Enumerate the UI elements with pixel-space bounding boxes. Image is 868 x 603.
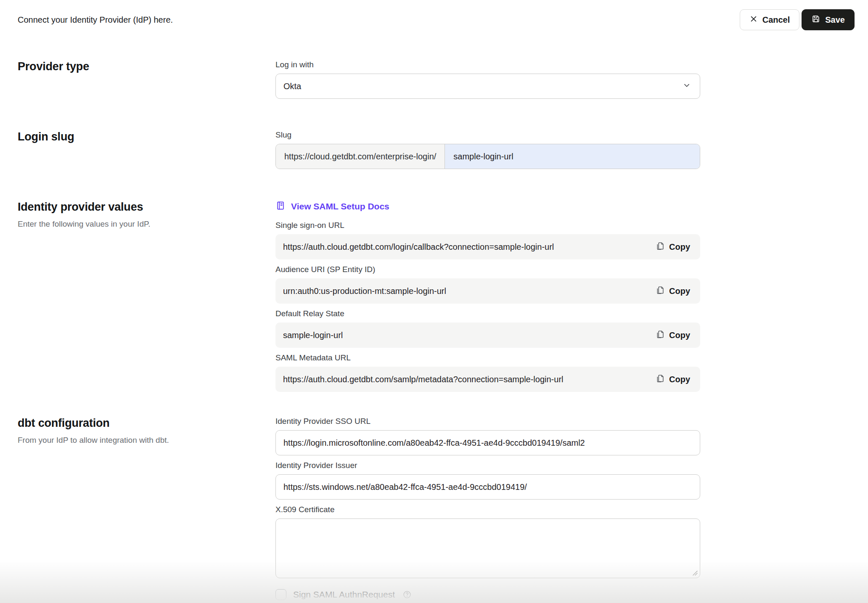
saml-metadata-label: SAML Metadata URL — [275, 353, 700, 363]
cancel-button-label: Cancel — [762, 15, 790, 25]
page-title: Connect your Identity Provider (IdP) her… — [18, 15, 173, 25]
provider-select[interactable]: Okta — [275, 74, 700, 99]
idp-sso-url-input[interactable] — [275, 430, 700, 455]
sso-url-field: https://auth.cloud.getdbt.com/login/call… — [275, 234, 700, 259]
resize-grip-icon[interactable] — [691, 569, 698, 576]
sign-authn-label: Sign SAML AuthnRequest — [293, 590, 395, 600]
idp-issuer-label: Identity Provider Issuer — [275, 460, 700, 471]
dbt-configuration-subheading: From your IdP to allow integration with … — [18, 435, 259, 446]
copy-button-label: Copy — [669, 242, 690, 252]
settings-form: Provider type Log in with Okta Login slu… — [0, 60, 868, 600]
help-icon[interactable] — [402, 590, 412, 599]
certificate-row: X.509 Certificate — [275, 505, 700, 578]
provider-type-section: Provider type Log in with Okta — [18, 60, 868, 99]
idp-issuer-input[interactable] — [275, 474, 700, 500]
sign-authn-row: Sign SAML AuthnRequest — [275, 589, 700, 600]
close-icon — [749, 15, 758, 25]
topbar: Connect your Identity Provider (IdP) her… — [0, 0, 868, 35]
copy-icon — [656, 330, 665, 341]
relay-state-label: Default Relay State — [275, 309, 700, 319]
slug-input[interactable] — [445, 144, 700, 169]
dbt-configuration-heading: dbt configuration — [18, 416, 259, 430]
login-with-label: Log in with — [275, 60, 700, 70]
save-icon — [811, 14, 820, 26]
sso-url-value: https://auth.cloud.getdbt.com/login/call… — [283, 242, 554, 252]
certificate-textarea[interactable] — [275, 518, 700, 578]
copy-icon — [656, 374, 665, 385]
audience-uri-value: urn:auth0:us-production-mt:sample-login-… — [283, 286, 446, 296]
slug-field-group: https://cloud.getdbt.com/enterprise-logi… — [275, 144, 700, 169]
copy-sso-url-button[interactable]: Copy — [656, 241, 690, 253]
relay-state-field: sample-login-url Copy — [275, 323, 700, 348]
copy-button-label: Copy — [669, 331, 690, 340]
login-slug-heading: Login slug — [18, 130, 259, 143]
idp-sso-url-row: Identity Provider SSO URL — [275, 416, 700, 455]
sign-authn-checkbox[interactable] — [275, 589, 286, 600]
copy-icon — [656, 241, 665, 253]
slug-url-prefix: https://cloud.getdbt.com/enterprise-logi… — [276, 144, 445, 169]
view-saml-setup-docs-link[interactable]: View SAML Setup Docs — [275, 200, 389, 213]
idp-issuer-row: Identity Provider Issuer — [275, 460, 700, 500]
sso-url-label: Single sign-on URL — [275, 220, 700, 230]
copy-relay-state-button[interactable]: Copy — [656, 330, 690, 341]
identity-provider-values-section: Identity provider values Enter the follo… — [18, 200, 868, 392]
docs-link-label: View SAML Setup Docs — [291, 201, 389, 212]
saml-metadata-row: SAML Metadata URL https://auth.cloud.get… — [275, 348, 700, 392]
provider-select-value: Okta — [283, 82, 301, 91]
certificate-label: X.509 Certificate — [275, 505, 700, 515]
chevron-down-icon — [682, 81, 691, 92]
topbar-actions: Cancel Save — [740, 9, 855, 30]
copy-button-label: Copy — [669, 286, 690, 296]
idp-sso-url-label: Identity Provider SSO URL — [275, 416, 700, 426]
docs-icon — [275, 201, 286, 213]
login-slug-section: Login slug Slug https://cloud.getdbt.com… — [18, 130, 868, 169]
audience-uri-row: Audience URI (SP Entity ID) urn:auth0:us… — [275, 259, 700, 304]
copy-audience-uri-button[interactable]: Copy — [656, 286, 690, 297]
save-button[interactable]: Save — [802, 9, 855, 30]
dbt-configuration-section: dbt configuration From your IdP to allow… — [18, 416, 868, 600]
relay-state-value: sample-login-url — [283, 331, 343, 340]
saml-metadata-field: https://auth.cloud.getdbt.com/samlp/meta… — [275, 367, 700, 392]
saml-metadata-value: https://auth.cloud.getdbt.com/samlp/meta… — [283, 375, 564, 384]
idp-values-heading: Identity provider values — [18, 200, 259, 214]
copy-button-label: Copy — [669, 375, 690, 384]
audience-uri-field: urn:auth0:us-production-mt:sample-login-… — [275, 278, 700, 304]
sso-url-row: Single sign-on URL https://auth.cloud.ge… — [275, 220, 700, 259]
provider-type-heading: Provider type — [18, 60, 259, 73]
copy-saml-metadata-button[interactable]: Copy — [656, 374, 690, 385]
audience-uri-label: Audience URI (SP Entity ID) — [275, 264, 700, 275]
slug-label: Slug — [275, 130, 700, 140]
idp-values-subheading: Enter the following values in your IdP. — [18, 219, 259, 230]
copy-icon — [656, 286, 665, 297]
sso-configuration-page: Connect your Identity Provider (IdP) her… — [0, 0, 868, 600]
save-button-label: Save — [825, 15, 845, 25]
cancel-button[interactable]: Cancel — [740, 9, 800, 30]
relay-state-row: Default Relay State sample-login-url — [275, 304, 700, 348]
